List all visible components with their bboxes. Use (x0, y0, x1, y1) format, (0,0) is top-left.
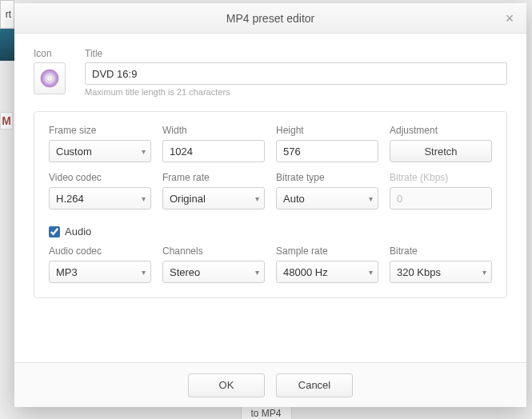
modal-body: Icon (14, 34, 526, 362)
chevron-down-icon: ▾ (369, 268, 373, 277)
audio-codec-value: MP3 (56, 266, 78, 278)
chevron-down-icon: ▾ (482, 268, 486, 277)
bg-letter: M (0, 112, 13, 130)
video-codec-select[interactable]: H.264 ▾ (49, 187, 151, 210)
title-input[interactable] (85, 62, 507, 85)
bg-tab: rt (0, 0, 14, 29)
frame-rate-select[interactable]: Original ▾ (162, 187, 265, 210)
chevron-down-icon: ▾ (142, 268, 146, 277)
title-hint: Maximum title length is 21 characters (85, 87, 507, 97)
video-codec-value: H.264 (56, 193, 84, 205)
bg-bar (0, 29, 14, 61)
chevron-down-icon: ▾ (142, 194, 146, 203)
audio-codec-label: Audio codec (49, 245, 151, 257)
chevron-down-icon: ▾ (369, 194, 373, 203)
height-label: Height (276, 125, 378, 136)
audio-bitrate-select[interactable]: 320 Kbps ▾ (390, 261, 492, 283)
svg-point-2 (49, 78, 51, 80)
chevron-down-icon: ▾ (255, 268, 259, 277)
channels-value: Stereo (170, 266, 200, 278)
modal-title: MP4 preset editor (226, 12, 315, 25)
close-icon: × (506, 10, 514, 27)
disc-icon (39, 68, 60, 89)
icon-label: Icon (34, 48, 70, 59)
channels-select[interactable]: Stereo ▾ (162, 261, 265, 283)
chevron-down-icon: ▾ (142, 147, 146, 156)
bitrate-type-select[interactable]: Auto ▾ (276, 187, 378, 210)
title-label: Title (85, 48, 507, 59)
height-input[interactable] (276, 140, 378, 162)
stretch-button[interactable]: Stretch (390, 140, 492, 162)
frame-rate-label: Frame rate (162, 172, 265, 183)
sample-rate-label: Sample rate (276, 245, 378, 257)
modal-header: MP4 preset editor × (14, 3, 526, 34)
modal-footer: OK Cancel (14, 362, 526, 407)
audio-codec-select[interactable]: MP3 ▾ (49, 261, 151, 283)
sample-rate-value: 48000 Hz (283, 266, 328, 278)
bitrate-type-value: Auto (283, 193, 305, 205)
frame-size-value: Custom (56, 146, 92, 158)
video-codec-label: Video codec (49, 172, 151, 183)
width-label: Width (162, 125, 265, 136)
width-input[interactable] (162, 140, 265, 162)
adjustment-label: Adjustment (390, 125, 492, 136)
bitrate-type-label: Bitrate type (276, 172, 378, 183)
chevron-down-icon: ▾ (255, 194, 259, 203)
close-button[interactable]: × (501, 10, 518, 27)
video-bitrate-label: Bitrate (Kbps) (390, 172, 492, 183)
audio-bitrate-value: 320 Kbps (397, 266, 441, 278)
preset-icon-picker[interactable] (34, 62, 66, 94)
sample-rate-select[interactable]: 48000 Hz ▾ (276, 261, 378, 283)
settings-panel: Frame size Custom ▾ Width Height (34, 111, 507, 298)
frame-rate-value: Original (170, 193, 206, 205)
audio-checkbox[interactable] (49, 226, 60, 237)
frame-size-label: Frame size (49, 125, 151, 136)
frame-size-select[interactable]: Custom ▾ (49, 140, 151, 162)
cancel-button[interactable]: Cancel (276, 373, 353, 397)
audio-bitrate-label: Bitrate (390, 245, 492, 257)
video-bitrate-input (390, 187, 492, 210)
ok-button[interactable]: OK (188, 373, 265, 397)
channels-label: Channels (162, 245, 265, 257)
audio-checkbox-label: Audio (65, 225, 91, 237)
preset-editor-modal: MP4 preset editor × Icon (14, 3, 526, 407)
